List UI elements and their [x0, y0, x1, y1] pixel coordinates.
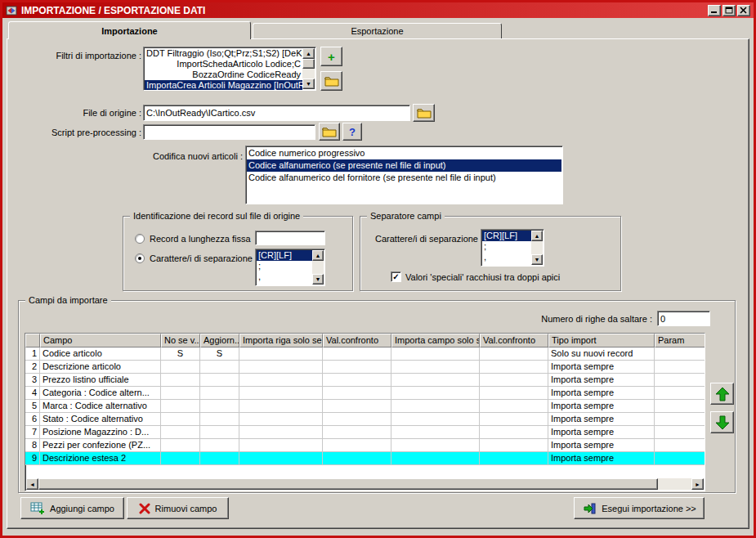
list-item[interactable]: ImportaCrea Articoli Magazzino [InOutRea…	[145, 80, 302, 91]
tab-esportazione-label: Esportazione	[351, 26, 403, 36]
table-row[interactable]: 6Stato : Codice alternativoImporta sempr…	[25, 413, 705, 426]
filters-vertical-scrollbar[interactable]: ▲ ▼	[302, 48, 315, 89]
column-header[interactable]: Campo	[40, 334, 161, 347]
table-row[interactable]: 8Pezzi per confezione (PZ...Importa semp…	[25, 439, 705, 452]
table-cell	[391, 400, 480, 413]
table-row[interactable]: 2Descrizione articoloImporta sempre	[25, 361, 705, 374]
import-filters-listbox[interactable]: ▲ ▼ DDT Filtraggio (Iso;Qt;Prz;S1;S2) [D…	[143, 47, 316, 91]
list-item[interactable]: Codice alfanumerico (se presente nel fil…	[247, 159, 561, 172]
list-item[interactable]: Codice numerico progressivo	[247, 147, 561, 159]
script-pre-label: Script pre-processing :	[23, 127, 141, 138]
skip-rows-input[interactable]	[657, 311, 710, 326]
add-filter-button[interactable]: +	[320, 47, 342, 66]
table-cell	[391, 413, 480, 426]
column-header[interactable]: Val.confronto	[480, 334, 548, 347]
scroll-up-button[interactable]: ▲	[531, 231, 543, 241]
table-cell: Importa sempre	[548, 361, 655, 374]
radio-separator[interactable]	[135, 253, 145, 263]
table-horizontal-scrollbar[interactable]: ◄ ►	[26, 478, 704, 490]
script-help-button[interactable]: ?	[342, 123, 362, 141]
table-cell: 3	[25, 374, 40, 387]
radio-separator-label: Carattere/i di separazione	[150, 253, 253, 264]
file-origine-input[interactable]	[143, 105, 410, 121]
list-item[interactable]: Codice alfanumerico del fornitore (se pr…	[247, 172, 561, 184]
column-header[interactable]: Param	[655, 334, 705, 347]
list-item[interactable]: BozzaOrdine CodiceReady	[145, 69, 302, 80]
field-separator-listbox[interactable]: ▲ ▼ [CR][LF];,	[481, 229, 544, 267]
move-field-down-button[interactable]	[710, 411, 734, 433]
list-item[interactable]: DDT Filtraggio (Iso;Qt;Prz;S1;S2) [DeKl	[145, 48, 302, 59]
list-item[interactable]: [CR][LF]	[257, 250, 312, 261]
table-row[interactable]: 9Descrizione estesa 2Importa sempre	[25, 452, 705, 465]
table-cell: 9	[25, 452, 40, 465]
column-header[interactable]: Tipo import	[548, 334, 655, 347]
table-cell	[480, 374, 548, 387]
tab-esportazione[interactable]: Esportazione	[253, 23, 502, 38]
table-cell	[323, 413, 391, 426]
table-cell	[323, 361, 391, 374]
column-header[interactable]: Importa riga solo se...	[239, 334, 323, 347]
fixed-length-input[interactable]	[255, 231, 325, 245]
table-row[interactable]: 3Prezzo listino ufficialeImporta sempre	[25, 374, 705, 387]
minimize-button[interactable]	[708, 5, 721, 16]
table-row[interactable]: 5Marca : Codice alternativoImporta sempr…	[25, 400, 705, 413]
scroll-down-button[interactable]: ▼	[531, 254, 543, 265]
remove-field-button[interactable]: Rimuovi campo	[127, 497, 229, 519]
codifica-label: Codifica nuovi articoli :	[129, 150, 243, 162]
scroll-down-button[interactable]: ▼	[312, 274, 324, 285]
table-cell	[655, 374, 705, 387]
script-pre-input[interactable]	[143, 124, 315, 140]
table-cell: Descrizione estesa 2	[40, 452, 161, 465]
list-item[interactable]: ImportSchedaArticolo Lodice;C	[145, 59, 302, 69]
scroll-down-button[interactable]: ▼	[302, 78, 315, 89]
hscrollbar-thumb[interactable]	[38, 478, 658, 490]
remove-field-label: Rimuovi campo	[155, 504, 217, 513]
scrollbar-thumb[interactable]	[302, 59, 315, 69]
list-item[interactable]: ;	[482, 241, 531, 252]
browse-script-button[interactable]	[319, 123, 340, 141]
open-filter-button[interactable]	[320, 71, 342, 91]
maximize-button[interactable]	[722, 5, 736, 16]
right-arrow-icon: ►	[695, 482, 700, 487]
column-header[interactable]: Val.confronto	[323, 334, 391, 347]
list-item[interactable]: ,	[257, 271, 312, 282]
field-separator-scrollbar[interactable]: ▲ ▼	[531, 231, 543, 265]
codifica-listbox[interactable]: Codice numerico progressivoCodice alfanu…	[245, 146, 563, 204]
table-cell: Importa sempre	[548, 439, 655, 452]
add-field-label: Aggiungi campo	[50, 504, 114, 513]
column-header[interactable]	[25, 334, 40, 347]
move-field-up-button[interactable]	[710, 383, 734, 405]
scroll-right-button[interactable]: ►	[691, 478, 704, 490]
table-cell	[655, 387, 705, 400]
table-row[interactable]: 4Categoria : Codice altern...Importa sem…	[25, 387, 705, 400]
radio-fixed-length[interactable]	[135, 234, 145, 244]
record-separator-scrollbar[interactable]: ▲ ▼	[312, 250, 324, 285]
scroll-up-button[interactable]: ▲	[312, 250, 324, 261]
scrollbar-track	[531, 241, 543, 254]
table-cell	[239, 387, 323, 400]
add-field-button[interactable]: Aggiungi campo	[20, 497, 124, 519]
scroll-up-button[interactable]: ▲	[302, 48, 315, 59]
table-cell: 8	[25, 439, 40, 452]
execute-import-button[interactable]: Esegui importazione >>	[574, 497, 705, 519]
quotes-checkbox[interactable]: ✓	[391, 271, 401, 282]
list-item[interactable]: [CR][LF]	[482, 231, 531, 241]
table-cell	[323, 387, 391, 400]
table-row[interactable]: 7Posizione Magazzino : D...Importa sempr…	[25, 426, 705, 439]
tab-importazione[interactable]: Importazione	[8, 21, 251, 39]
table-row[interactable]: 1Codice articoloSSSolo su nuovi record	[25, 347, 705, 361]
table-cell	[161, 413, 200, 426]
column-header[interactable]: Aggiorn...	[200, 334, 239, 347]
browse-file-button[interactable]	[413, 104, 435, 122]
list-item[interactable]: ;	[257, 261, 312, 271]
close-button[interactable]	[737, 5, 750, 16]
list-item[interactable]: ,	[482, 252, 531, 262]
record-separator-listbox[interactable]: ▲ ▼ [CR][LF];,	[255, 249, 325, 286]
table-cell: Solo su nuovi record	[548, 347, 655, 361]
title-bar[interactable]: IMPORTAZIONE / ESPORTAZIONE DATI	[2, 2, 754, 18]
folder-icon	[324, 75, 339, 87]
column-header[interactable]: Importa campo solo s...	[391, 334, 480, 347]
column-header[interactable]: No se v...	[161, 334, 200, 347]
scroll-left-button[interactable]: ◄	[26, 478, 38, 490]
table-cell: Importa sempre	[548, 413, 655, 426]
